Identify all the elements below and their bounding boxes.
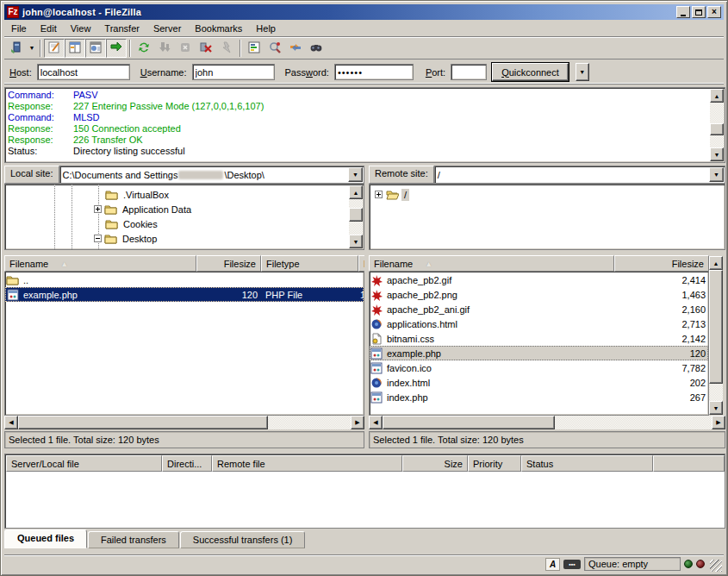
scroll-up-icon[interactable]: ▲: [709, 256, 723, 270]
scroll-right-icon[interactable]: ▶: [712, 416, 725, 429]
toggle-local-tree-button[interactable]: [65, 39, 85, 58]
scroll-down-icon[interactable]: ▼: [710, 147, 724, 161]
remote-list-header: Filename▲ Filesize: [369, 255, 709, 272]
menu-edit[interactable]: Edit: [34, 22, 64, 34]
column-last-modified[interactable]: L: [358, 255, 364, 272]
menu-file[interactable]: File: [4, 22, 34, 34]
menu-view[interactable]: View: [64, 22, 98, 34]
local-tree-scrollbar[interactable]: ▲ ▼: [349, 185, 363, 248]
refresh-button[interactable]: [134, 39, 154, 58]
expand-icon[interactable]: [375, 191, 383, 198]
tab-queued-files[interactable]: Queued files: [4, 529, 87, 548]
file-row-parent-dir[interactable]: ..: [5, 272, 364, 287]
column-priority[interactable]: Priority: [468, 455, 521, 472]
tree-item-desktop[interactable]: Desktop: [94, 231, 159, 246]
file-row[interactable]: apache_pb2.png 1,463: [370, 287, 708, 302]
tree-item-cookies[interactable]: Cookies: [105, 216, 160, 231]
tree-item-application-data[interactable]: Application Data: [94, 202, 194, 216]
file-row[interactable]: favicon.ico 7,782: [370, 360, 708, 375]
scroll-thumb[interactable]: [18, 416, 268, 429]
column-status[interactable]: Status: [521, 455, 653, 472]
column-filename[interactable]: Filename▲: [4, 255, 196, 272]
tab-successful-transfers[interactable]: Successful transfers (1): [180, 531, 306, 548]
menu-server[interactable]: Server: [146, 22, 188, 34]
scroll-thumb[interactable]: [383, 416, 555, 429]
column-filesize[interactable]: Filesize: [196, 255, 261, 272]
toggle-queue-button[interactable]: [106, 39, 127, 58]
image-file-icon: [370, 274, 383, 286]
close-button[interactable]: ×: [707, 6, 721, 18]
column-filetype[interactable]: Filetype: [261, 255, 358, 272]
site-manager-dropdown-icon[interactable]: ▼: [27, 39, 37, 58]
speed-limits-icon[interactable]: ▪▪▪: [563, 560, 581, 569]
file-row[interactable]: index.html 202: [370, 375, 708, 390]
column-direction[interactable]: Directi...: [162, 455, 212, 472]
host-input[interactable]: [37, 64, 130, 80]
scroll-right-icon[interactable]: ▶: [351, 416, 364, 429]
column-server-local-file[interactable]: Server/Local file: [6, 455, 162, 472]
column-size[interactable]: Size: [402, 455, 468, 472]
file-row-example-php[interactable]: example.php 120: [370, 346, 708, 360]
find-files-button[interactable]: [306, 39, 327, 58]
column-remote-file[interactable]: Remote file: [212, 455, 402, 472]
menu-bar: File Edit View Transfer Server Bookmarks…: [4, 21, 724, 35]
scroll-thumb[interactable]: [709, 270, 723, 384]
local-site-path-combo[interactable]: C:\Documents and Settings\Desktop\ ▼: [59, 166, 364, 184]
remote-list-vscrollbar[interactable]: ▲ ▼: [709, 256, 723, 415]
column-filesize[interactable]: Filesize: [614, 255, 709, 272]
username-input[interactable]: [192, 64, 275, 80]
title-bar[interactable]: Fz john@localhost - FileZilla ×: [4, 4, 724, 20]
collapse-icon[interactable]: [94, 235, 102, 242]
tree-item-root[interactable]: /: [375, 187, 409, 202]
file-row-example-php[interactable]: example.php 120 PHP File 1: [5, 287, 364, 302]
file-row[interactable]: apache_pb2_ani.gif 2,160: [370, 302, 708, 316]
tab-failed-transfers[interactable]: Failed transfers: [88, 531, 179, 548]
scroll-down-icon[interactable]: ▼: [349, 235, 363, 248]
scroll-thumb[interactable]: [349, 208, 363, 222]
menu-transfer[interactable]: Transfer: [97, 22, 146, 34]
scroll-thumb[interactable]: [710, 123, 724, 135]
minimize-button[interactable]: [676, 6, 690, 18]
port-input[interactable]: [451, 64, 487, 80]
remote-list-hscrollbar[interactable]: ◀ ▶: [369, 416, 725, 429]
site-manager-button[interactable]: [6, 39, 27, 58]
scroll-left-icon[interactable]: ◀: [369, 416, 383, 429]
combo-dropdown-icon[interactable]: ▼: [709, 167, 724, 182]
file-row[interactable]: index.php 267: [370, 390, 708, 404]
reconnect-button[interactable]: [216, 39, 237, 58]
ascii-data-type-icon[interactable]: A: [545, 558, 560, 571]
remote-site-path-combo[interactable]: / ▼: [434, 166, 725, 184]
synchronized-browsing-button[interactable]: [285, 39, 306, 58]
scroll-left-icon[interactable]: ◀: [4, 416, 18, 429]
cancel-operation-button[interactable]: [175, 39, 196, 58]
menu-help[interactable]: Help: [249, 22, 283, 34]
directory-comparison-button[interactable]: [264, 39, 285, 58]
column-filename[interactable]: Filename▲: [369, 255, 614, 272]
password-input[interactable]: [334, 64, 414, 80]
process-queue-button[interactable]: [154, 39, 175, 58]
menu-bookmarks[interactable]: Bookmarks: [188, 22, 249, 34]
toggle-message-log-button[interactable]: [44, 39, 65, 58]
scroll-down-icon[interactable]: ▼: [709, 401, 723, 415]
quickconnect-button[interactable]: Quickconnect: [492, 63, 569, 81]
file-row[interactable]: apache_pb2.gif 2,414: [370, 272, 708, 287]
file-name: apache_pb2.png: [385, 290, 457, 300]
tree-item-virtualbox[interactable]: .VirtualBox: [105, 187, 171, 202]
log-scrollbar[interactable]: ▲ ▼: [710, 89, 724, 161]
quickconnect-dropdown-icon[interactable]: ▼: [576, 63, 589, 81]
file-size: 2,713: [615, 319, 706, 329]
expand-icon[interactable]: [94, 205, 102, 213]
scroll-up-icon[interactable]: ▲: [349, 185, 363, 199]
maximize-button[interactable]: [692, 6, 706, 18]
tree-item-label: .VirtualBox: [121, 189, 171, 201]
disconnect-button[interactable]: [196, 39, 216, 58]
file-row[interactable]: applications.html 2,713: [370, 316, 708, 331]
scroll-up-icon[interactable]: ▲: [710, 89, 724, 103]
combo-dropdown-icon[interactable]: ▼: [348, 167, 363, 182]
toggle-remote-tree-button[interactable]: [85, 39, 106, 58]
log-text: 150 Connection accepted: [73, 123, 181, 135]
resize-grip[interactable]: [710, 560, 722, 572]
file-row[interactable]: bitnami.css 2,142: [370, 331, 708, 346]
local-list-hscrollbar[interactable]: ◀ ▶: [4, 416, 364, 429]
filter-button[interactable]: [244, 39, 264, 58]
